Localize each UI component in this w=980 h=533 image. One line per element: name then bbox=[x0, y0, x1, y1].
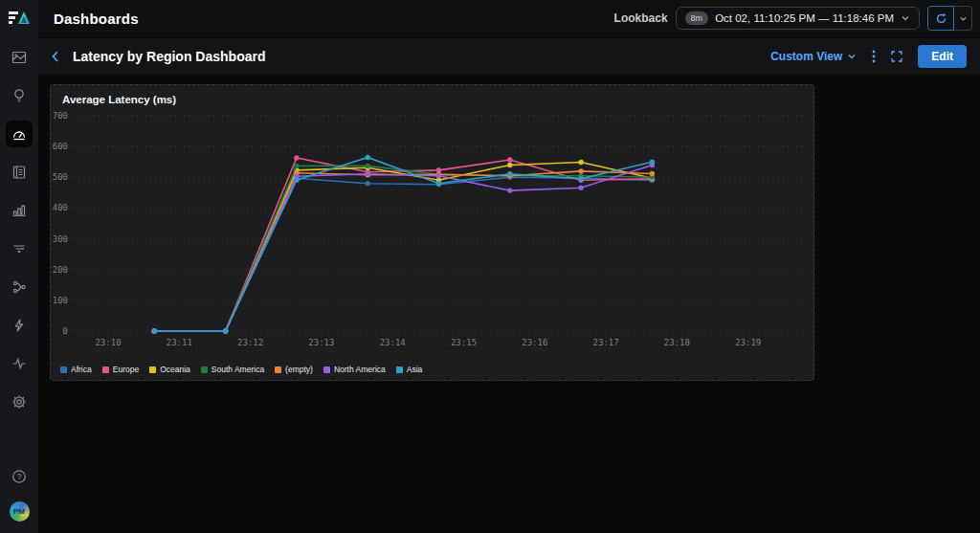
help-button[interactable]: ? bbox=[6, 463, 33, 490]
overview-thumbnail-icon bbox=[11, 50, 27, 65]
x-axis-tick: 23:17 bbox=[593, 338, 619, 347]
sidebar-nav bbox=[6, 44, 33, 415]
y-axis-tick: 600 bbox=[53, 142, 68, 151]
legend-label: North America bbox=[334, 365, 386, 374]
legend-swatch bbox=[102, 366, 109, 373]
sidebar-item-monitors[interactable] bbox=[6, 350, 33, 377]
back-button[interactable] bbox=[50, 50, 61, 63]
legend-item[interactable]: Africa bbox=[60, 365, 92, 374]
sidebar-item-insights[interactable] bbox=[6, 82, 33, 109]
y-axis-tick: 100 bbox=[53, 296, 68, 305]
legend-item[interactable]: (empty) bbox=[275, 365, 313, 374]
legend-item[interactable]: Europe bbox=[102, 365, 139, 374]
y-axis-tick: 0 bbox=[63, 326, 68, 336]
x-axis-tick: 23:19 bbox=[735, 338, 761, 347]
sidebar-item-overview[interactable] bbox=[6, 44, 33, 71]
sidebar-item-dashboards[interactable] bbox=[6, 121, 33, 147]
data-point[interactable] bbox=[365, 155, 369, 160]
legend-item[interactable]: Asia bbox=[396, 365, 423, 374]
lookback-duration-badge: 8m bbox=[685, 11, 709, 25]
refresh-interval-button[interactable] bbox=[954, 6, 972, 31]
help-icon: ? bbox=[11, 469, 27, 484]
lookback-label: Lookback bbox=[614, 11, 668, 25]
dashboard-actions: Custom View Edit bbox=[770, 45, 980, 68]
app-logo[interactable] bbox=[0, 0, 38, 36]
legend-item[interactable]: North America bbox=[323, 365, 386, 374]
more-options-button[interactable] bbox=[872, 50, 876, 63]
lightning-icon bbox=[11, 318, 27, 333]
x-axis-tick: 23:13 bbox=[308, 338, 334, 347]
bar-chart-icon bbox=[11, 203, 27, 218]
sidebar-item-logs[interactable] bbox=[6, 159, 33, 186]
sidebar-item-filters[interactable] bbox=[6, 235, 33, 262]
pulse-icon bbox=[11, 356, 27, 371]
y-axis-tick: 400 bbox=[53, 203, 68, 212]
y-axis-tick: 200 bbox=[53, 265, 68, 275]
legend-swatch bbox=[323, 366, 330, 373]
page-title: Dashboards bbox=[54, 11, 139, 27]
topbar-controls: Lookback 8m Oct 02, 11:10:25 PM — 11:18:… bbox=[614, 6, 980, 31]
chevron-down-icon bbox=[901, 13, 910, 23]
dashboard-title: Latency by Region Dashboard bbox=[73, 49, 265, 64]
data-point[interactable] bbox=[436, 181, 441, 186]
data-point[interactable] bbox=[223, 328, 228, 333]
data-point[interactable] bbox=[507, 171, 512, 176]
time-range-selector[interactable]: 8m Oct 02, 11:10:25 PM — 11:18:46 PM bbox=[676, 7, 920, 30]
legend-item[interactable]: Oceania bbox=[149, 365, 190, 374]
data-point[interactable] bbox=[365, 181, 369, 186]
series-line bbox=[154, 171, 652, 331]
edit-button[interactable]: Edit bbox=[918, 45, 967, 68]
latency-chart-panel[interactable]: Average Latency (ms) 0100200300400500600… bbox=[50, 84, 814, 381]
data-point[interactable] bbox=[507, 157, 512, 162]
svg-text:?: ? bbox=[17, 472, 22, 481]
x-axis-tick: 23:12 bbox=[237, 338, 263, 347]
sidebar-item-events[interactable] bbox=[6, 312, 33, 339]
legend-swatch bbox=[60, 366, 67, 373]
data-point[interactable] bbox=[578, 168, 583, 173]
data-point[interactable] bbox=[365, 171, 369, 176]
legend-label: Europe bbox=[113, 365, 139, 374]
x-axis-tick: 23:11 bbox=[167, 338, 192, 347]
refresh-controls bbox=[927, 6, 972, 31]
data-point[interactable] bbox=[578, 176, 583, 181]
x-axis-tick: 23:18 bbox=[664, 338, 690, 347]
view-selector-label: Custom View bbox=[770, 50, 842, 63]
gear-icon bbox=[11, 394, 27, 410]
series-line bbox=[154, 166, 652, 331]
time-range-text: Oct 02, 11:10:25 PM — 11:18:46 PM bbox=[715, 12, 894, 24]
data-point[interactable] bbox=[294, 164, 299, 168]
chevron-down-icon bbox=[959, 14, 968, 23]
data-point[interactable] bbox=[294, 155, 299, 160]
data-point[interactable] bbox=[507, 188, 512, 192]
data-point[interactable] bbox=[507, 163, 512, 167]
x-axis-tick: 23:10 bbox=[95, 338, 121, 347]
legend-label: Oceania bbox=[160, 365, 190, 374]
sidebar-item-settings[interactable] bbox=[6, 389, 33, 415]
data-point[interactable] bbox=[650, 171, 655, 176]
data-point[interactable] bbox=[294, 177, 299, 182]
legend-item[interactable]: South America bbox=[201, 365, 264, 374]
data-point[interactable] bbox=[365, 164, 369, 168]
sidebar-item-pipelines[interactable] bbox=[6, 274, 33, 300]
legend-swatch bbox=[149, 366, 156, 373]
filter-lines-icon bbox=[11, 241, 27, 256]
view-selector[interactable]: Custom View bbox=[770, 50, 857, 63]
y-axis-tick: 700 bbox=[53, 111, 68, 121]
refresh-button[interactable] bbox=[927, 6, 954, 31]
data-point[interactable] bbox=[578, 186, 583, 190]
sidebar-item-metrics[interactable] bbox=[6, 197, 33, 224]
legend-swatch bbox=[275, 366, 281, 373]
latency-line-chart[interactable]: 010020030040050060070023:1023:1123:1223:… bbox=[51, 104, 813, 359]
dashboard-canvas: Average Latency (ms) 0100200300400500600… bbox=[38, 75, 980, 533]
series-line bbox=[154, 165, 652, 331]
data-point[interactable] bbox=[578, 160, 583, 165]
legend-swatch bbox=[201, 366, 208, 373]
data-point[interactable] bbox=[436, 173, 441, 178]
data-point[interactable] bbox=[152, 328, 157, 333]
fullscreen-button[interactable] bbox=[891, 51, 902, 62]
branch-icon bbox=[11, 279, 27, 295]
data-point[interactable] bbox=[650, 160, 655, 165]
topbar: Dashboards Lookback 8m Oct 02, 11:10:25 … bbox=[38, 0, 980, 36]
x-axis-tick: 23:14 bbox=[380, 338, 406, 347]
user-avatar[interactable]: PM bbox=[10, 501, 30, 522]
